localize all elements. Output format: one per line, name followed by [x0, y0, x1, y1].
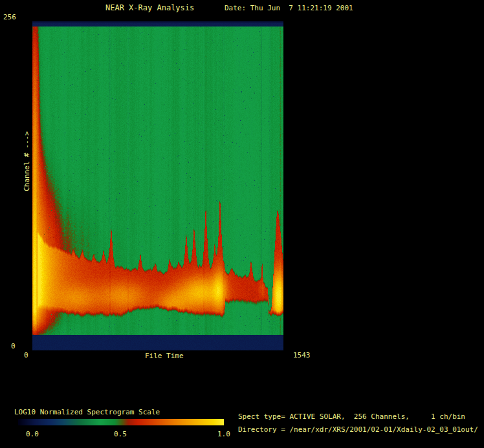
y-axis-max-label: 256: [3, 13, 16, 21]
page-title: NEAR X-Ray Analysis: [105, 4, 194, 12]
directory-line: Directory = /near/xdr/XRS/2001/02-01/Xda…: [238, 425, 478, 434]
date-label: Date: Thu Jun 7 11:21:19 2001: [225, 4, 353, 12]
spect-type-line: Spect type= ACTIVE SOLAR, 256 Channels, …: [238, 412, 465, 421]
colorbar-tick-0: 0.0: [26, 430, 39, 438]
x-axis-max-label: 1543: [293, 351, 311, 359]
x-axis-title: File Time: [145, 352, 184, 360]
colorbar-gradient: [18, 419, 224, 425]
colorbar-tick-05: 0.5: [114, 430, 127, 438]
x-axis-min-label: 0: [24, 351, 28, 359]
y-axis-min-label: 0: [11, 342, 16, 350]
near-xray-analysis-window: NEAR X-Ray Analysis Date: Thu Jun 7 11:2…: [0, 0, 484, 448]
colorbar-title: LOG10 Normalized Spectrogram Scale: [14, 408, 160, 416]
y-axis-title: Channel # --->: [23, 126, 31, 197]
colorbar-tick-1: 1.0: [217, 430, 230, 438]
spectrogram-heatmap: [32, 21, 283, 350]
